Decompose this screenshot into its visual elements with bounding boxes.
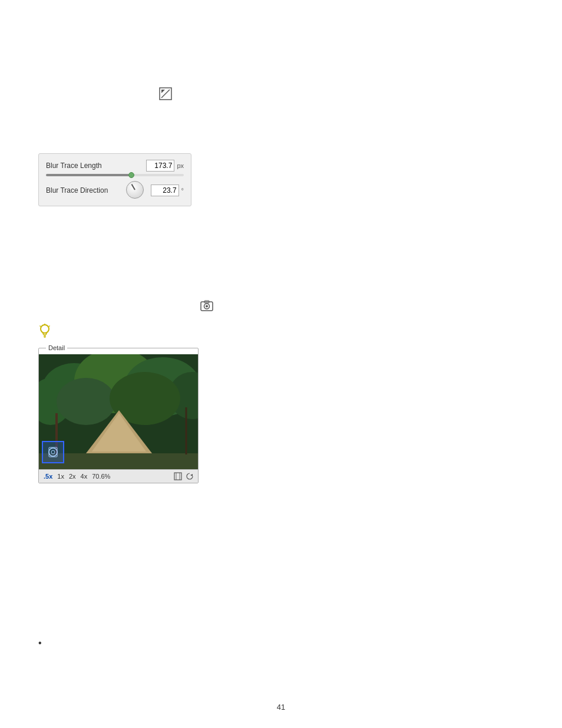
camera-icon: [200, 299, 213, 312]
zoom-percent-label: 70.6%: [92, 473, 110, 480]
svg-point-7: [41, 325, 49, 333]
fit-to-window-icon[interactable]: [173, 472, 183, 481]
detail-image-svg: [39, 354, 198, 469]
svg-rect-30: [174, 473, 181, 480]
blur-settings-panel: Blur Trace Length px Blur Trace Directio…: [38, 153, 191, 206]
blur-direction-value-box: °: [126, 181, 184, 200]
svg-line-12: [49, 326, 50, 327]
blur-direction-row: Blur Trace Direction °: [46, 181, 184, 200]
svg-marker-2: [161, 90, 165, 93]
blur-length-input[interactable]: [146, 160, 174, 172]
svg-rect-26: [42, 442, 64, 463]
motion-blur-icon: [159, 87, 172, 100]
detail-legend-label: Detail: [46, 344, 67, 351]
dial-hand: [131, 184, 135, 190]
blur-length-slider[interactable]: [46, 174, 184, 176]
blur-length-unit: px: [177, 162, 184, 169]
direction-dial[interactable]: [126, 181, 145, 200]
svg-point-19: [57, 378, 115, 425]
blur-length-label: Blur Trace Length: [46, 162, 146, 170]
svg-line-11: [40, 326, 41, 327]
blur-direction-label: Blur Trace Direction: [46, 186, 126, 195]
blur-length-row: Blur Trace Length px: [46, 160, 184, 172]
page-number: 41: [277, 703, 285, 711]
blur-slider-thumb: [128, 172, 134, 178]
zoom-1x-button[interactable]: 1x: [56, 472, 65, 480]
reset-icon[interactable]: [185, 472, 194, 481]
lightbulb-icon: [38, 323, 51, 343]
blur-length-slider-row[interactable]: [46, 174, 184, 176]
bullet-point: •: [38, 638, 42, 648]
blur-direction-unit: °: [181, 187, 184, 194]
detail-toolbar: .5x 1x 2x 4x 70.6%: [39, 469, 198, 483]
zoom-2x-button[interactable]: 2x: [68, 472, 77, 480]
zoom-05x-button[interactable]: .5x: [42, 472, 54, 480]
detail-image-wrapper: [39, 354, 198, 469]
detail-panel: Detail: [38, 348, 199, 483]
page-content: Blur Trace Length px Blur Trace Directio…: [0, 0, 562, 728]
dial-face: [126, 181, 144, 199]
blur-length-value-box: px: [146, 160, 184, 172]
svg-point-5: [206, 305, 208, 308]
svg-marker-33: [190, 474, 193, 476]
blur-direction-input[interactable]: [151, 185, 179, 196]
zoom-4x-button[interactable]: 4x: [80, 472, 89, 480]
